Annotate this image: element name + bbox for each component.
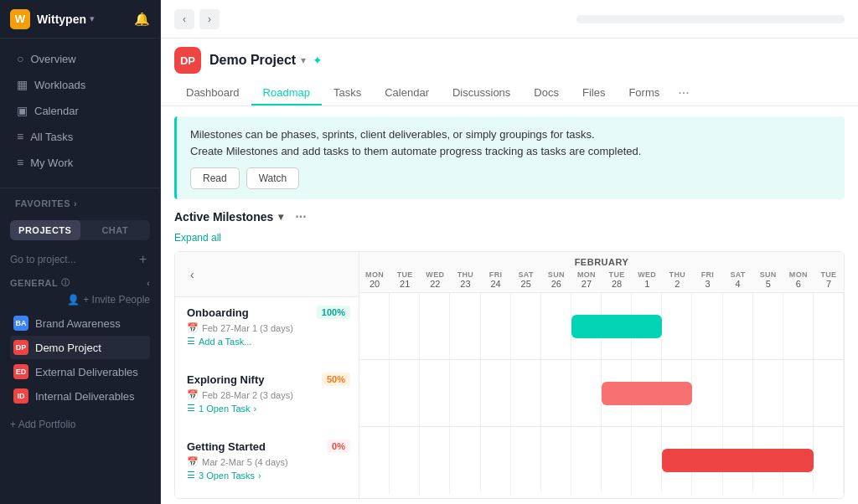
chat-tab[interactable]: CHAT — [80, 220, 151, 240]
project-dot-ba: BA — [13, 316, 28, 331]
gantt-cell — [450, 360, 480, 426]
sidebar-item-all-tasks[interactable]: ≡ All Tasks — [5, 124, 155, 149]
sidebar-item-workloads[interactable]: ▦ Workloads — [5, 72, 155, 97]
tab-forms[interactable]: Forms — [617, 81, 671, 105]
tasks-icon-3: ☰ — [187, 470, 195, 481]
app-logo[interactable]: W — [10, 9, 30, 29]
days-row: MON20TUE21WED22THU23FRI24SAT25SUN26MON27… — [359, 269, 844, 292]
calendar-prev-button[interactable]: ‹ — [183, 265, 201, 285]
sidebar-item-overview[interactable]: ○ Overview — [5, 46, 155, 71]
sidebar-item-my-work[interactable]: ≡ My Work — [5, 150, 155, 175]
gantt-cell — [571, 427, 602, 494]
sidebar-project-internal-deliverables[interactable]: ID Internal Deliverables — [10, 384, 150, 408]
project-name-chevron-icon[interactable]: ▾ — [301, 54, 306, 66]
milestone-name-getting: Getting Started — [187, 440, 266, 453]
gantt-cell — [450, 427, 480, 494]
projects-tab[interactable]: PROJECTS — [10, 220, 80, 240]
day-cell-0: MON20 — [359, 269, 390, 292]
general-chevron-icon[interactable]: ‹ — [147, 279, 150, 288]
sidebar-item-calendar[interactable]: ▣ Calendar — [5, 98, 155, 123]
milestone-info-onboarding: Onboarding 100% 📅 Feb 27-Mar 1 (3 days) … — [175, 297, 359, 364]
add-portfolio-button[interactable]: + Add Portfolio — [0, 412, 160, 437]
gantt-cell — [481, 427, 511, 494]
overview-icon: ○ — [17, 52, 23, 65]
gantt-bar[interactable] — [571, 315, 662, 338]
gantt-row-onboarding — [359, 293, 844, 360]
gantt-bar[interactable] — [662, 449, 814, 472]
tab-files[interactable]: Files — [571, 81, 617, 105]
main-content: ‹ › DP Demo Project ▾ ✦ Dashboard Roadma… — [161, 0, 858, 504]
gantt-cell — [662, 293, 692, 359]
milestone-info-getting-started: Getting Started 0% 📅 Mar 2-Mar 5 (4 days… — [175, 431, 359, 498]
notification-bell-icon[interactable]: 🔔 — [134, 12, 150, 27]
read-button[interactable]: Read — [190, 167, 240, 189]
gantt-chart: FEBRUARY MON20TUE21WED22THU23FRI24SAT25S… — [359, 252, 844, 498]
favorites-chevron-icon: › — [74, 198, 77, 208]
app-name-chevron-icon[interactable]: ▾ — [90, 13, 95, 24]
milestones-chevron-icon[interactable]: ▾ — [278, 211, 283, 223]
day-cell-9: WED1 — [632, 269, 662, 292]
banner-actions: Read Watch — [190, 167, 831, 189]
gantt-row-exploring — [359, 360, 844, 427]
day-cell-8: TUE28 — [602, 269, 632, 292]
gantt-container: ‹ Onboarding 100% 📅 Feb 27-Mar 1 (3 days… — [174, 251, 845, 499]
tasks-link-getting[interactable]: ☰ 3 Open Tasks › — [187, 470, 350, 481]
gantt-cell — [783, 360, 814, 426]
add-task-icon: ☰ — [187, 336, 195, 347]
nav-forward-button[interactable]: › — [199, 9, 220, 29]
expand-all-button[interactable]: Expand all — [174, 232, 221, 244]
calendar-date-icon-3: 📅 — [187, 456, 199, 467]
tab-docs[interactable]: Docs — [522, 81, 571, 105]
add-project-button[interactable]: + — [136, 250, 150, 269]
gantt-cell — [632, 427, 662, 494]
person-icon: 👤 — [67, 294, 80, 306]
tabs-more-button[interactable]: ··· — [671, 80, 695, 105]
project-dot-ed: ED — [13, 364, 28, 379]
tab-dashboard[interactable]: Dashboard — [174, 81, 251, 105]
gantt-cell — [390, 427, 420, 494]
project-star-icon[interactable]: ✦ — [313, 54, 323, 67]
tab-calendar[interactable]: Calendar — [373, 81, 441, 105]
gantt-tasks-column: ‹ Onboarding 100% 📅 Feb 27-Mar 1 (3 days… — [175, 252, 359, 498]
milestone-pct-exploring: 50% — [322, 373, 350, 386]
day-cell-6: SUN26 — [541, 269, 571, 292]
tasks-link-exploring[interactable]: ☰ 1 Open Task › — [187, 403, 350, 414]
milestone-name-row-onboarding: Onboarding 100% — [187, 306, 350, 319]
project-header: DP Demo Project ▾ ✦ Dashboard Roadmap Ta… — [161, 39, 858, 106]
sidebar-project-brand-awareness[interactable]: BA Brand Awareness — [10, 311, 150, 335]
sidebar-project-external-deliverables[interactable]: ED External Deliverables — [10, 360, 150, 383]
gantt-cell — [692, 360, 722, 426]
sidebar-project-demo-project[interactable]: DP Demo Project — [10, 336, 150, 359]
search-project-input[interactable] — [10, 250, 136, 269]
tab-tasks[interactable]: Tasks — [322, 81, 373, 105]
milestones-more-button[interactable]: ··· — [295, 209, 306, 224]
gantt-header-tasks: ‹ — [175, 252, 359, 297]
calendar-header: FEBRUARY MON20TUE21WED22THU23FRI24SAT25S… — [359, 252, 844, 293]
gantt-cell — [753, 360, 783, 426]
tab-roadmap[interactable]: Roadmap — [251, 81, 322, 105]
global-search-bar[interactable] — [576, 15, 845, 23]
gantt-cell — [420, 427, 450, 494]
sidebar-header: W Wittypen ▾ 🔔 — [0, 0, 160, 39]
tab-discussions[interactable]: Discussions — [441, 81, 522, 105]
milestone-name-exploring: Exploring Nifty — [187, 373, 264, 386]
calendar-icon: ▣ — [17, 104, 28, 117]
invite-people-button[interactable]: 👤 + Invite People — [10, 292, 150, 311]
add-task-link-onboarding[interactable]: ☰ Add a Task... — [187, 336, 350, 347]
top-bar: ‹ › — [161, 0, 858, 39]
milestone-info-exploring: Exploring Nifty 50% 📅 Feb 28-Mar 2 (3 da… — [175, 364, 359, 431]
milestone-name-row-exploring: Exploring Nifty 50% — [187, 373, 350, 386]
app-name: Wittypen — [37, 13, 86, 26]
gantt-cell — [420, 293, 450, 359]
calendar-date-icon: 📅 — [187, 322, 199, 333]
watch-button[interactable]: Watch — [246, 167, 300, 189]
sidebar: W Wittypen ▾ 🔔 ○ Overview ▦ Workloads ▣ … — [0, 0, 161, 504]
nav-back-button[interactable]: ‹ — [174, 9, 194, 29]
day-cell-13: SUN5 — [753, 269, 783, 292]
gantt-bar[interactable] — [602, 382, 692, 405]
gantt-cell — [814, 293, 844, 359]
favorites-section[interactable]: FAVORITES › — [0, 193, 160, 213]
milestones-section: Active Milestones ▾ ··· Expand all ‹ — [161, 209, 858, 504]
gantt-cell — [511, 293, 541, 359]
day-cell-10: THU2 — [662, 269, 692, 292]
